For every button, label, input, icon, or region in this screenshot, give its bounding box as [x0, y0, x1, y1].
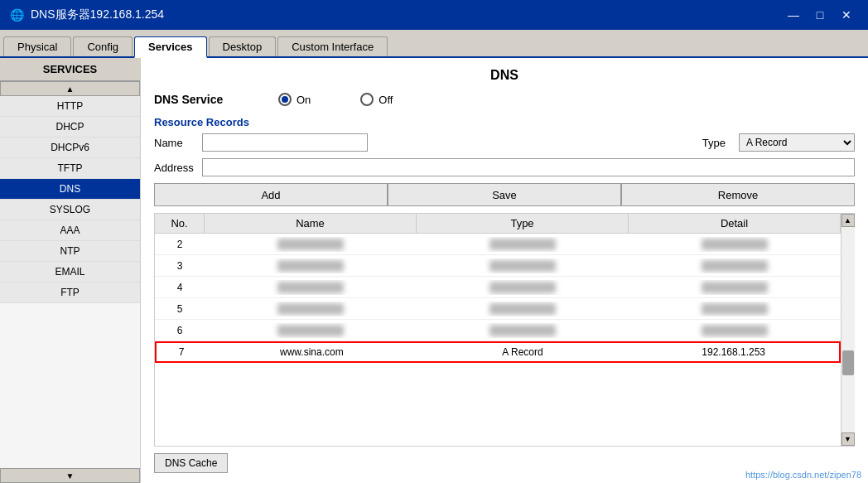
- radio-off[interactable]: Off: [360, 93, 393, 106]
- radio-off-label: Off: [379, 94, 393, 106]
- close-button[interactable]: ✕: [835, 6, 858, 24]
- scroll-thumb: [842, 350, 854, 375]
- tab-physical[interactable]: Physical: [3, 36, 71, 56]
- radio-off-circle: [360, 93, 374, 106]
- cell-type: [417, 280, 629, 295]
- cell-no: 4: [155, 280, 205, 295]
- tab-desktop[interactable]: Desktop: [209, 36, 277, 56]
- cell-name: [205, 323, 417, 338]
- cell-no: 5: [155, 302, 205, 316]
- resource-records-label: Resource Records: [154, 116, 855, 128]
- name-type-row: Name Type A Record CNAME NS MX: [154, 133, 855, 152]
- panel-title: DNS: [154, 68, 855, 83]
- scroll-track: [841, 227, 855, 432]
- sidebar-scroll: HTTP DHCP DHCPv6 TFTP DNS SYSLOG AAA NTP…: [0, 96, 140, 468]
- remove-button[interactable]: Remove: [621, 183, 855, 206]
- maximize-button[interactable]: □: [808, 6, 832, 24]
- cell-no: 2: [155, 237, 205, 252]
- sidebar-item-http[interactable]: HTTP: [0, 96, 140, 117]
- table-row[interactable]: 5: [155, 298, 841, 320]
- content-panel: DNS DNS Service On Off Resource Records: [141, 58, 868, 483]
- radio-group: On Off: [278, 93, 393, 106]
- table-row[interactable]: 2: [155, 234, 841, 255]
- cell-type: [417, 258, 629, 273]
- add-button[interactable]: Add: [154, 183, 388, 206]
- sidebar-item-dhcp[interactable]: DHCP: [0, 117, 140, 138]
- table-body: 2 3: [155, 234, 841, 446]
- cell-detail: 192.168.1.253: [628, 345, 839, 360]
- type-label: Type: [702, 137, 726, 149]
- app-icon: 🌐: [10, 8, 24, 22]
- table-header: No. Name Type Detail: [155, 214, 841, 234]
- radio-on-circle: [278, 93, 292, 106]
- name-input[interactable]: [202, 133, 368, 152]
- header-name: Name: [205, 214, 417, 233]
- window-title: DNS服务器192.168.1.254: [31, 7, 164, 22]
- tab-custom[interactable]: Custom Interface: [277, 36, 388, 56]
- cell-detail: [629, 323, 841, 338]
- save-button[interactable]: Save: [388, 183, 621, 206]
- table-scrollbar: ▲ ▼: [841, 214, 854, 446]
- dns-cache-button[interactable]: DNS Cache: [154, 453, 228, 473]
- watermark: https://blog.csdn.net/zipen78: [745, 470, 861, 480]
- scroll-down-button[interactable]: ▼: [841, 432, 855, 446]
- sidebar-item-syslog[interactable]: SYSLOG: [0, 200, 140, 220]
- sidebar: SERVICES ▲ HTTP DHCP DHCPv6 TFTP DNS SYS…: [0, 58, 141, 483]
- table-inner: No. Name Type Detail 2: [155, 214, 841, 446]
- title-bar: 🌐 DNS服务器192.168.1.254 — □ ✕: [0, 0, 868, 30]
- sidebar-scroll-up[interactable]: ▲: [0, 81, 140, 96]
- cell-detail: [629, 302, 841, 316]
- sidebar-item-ftp[interactable]: FTP: [0, 283, 140, 303]
- sidebar-item-dhcpv6[interactable]: DHCPv6: [0, 138, 140, 158]
- main-area: SERVICES ▲ HTTP DHCP DHCPv6 TFTP DNS SYS…: [0, 58, 868, 483]
- address-row: Address: [154, 158, 855, 176]
- sidebar-item-email[interactable]: EMAIL: [0, 262, 140, 283]
- header-type: Type: [417, 214, 629, 233]
- cell-name: [205, 280, 417, 295]
- records-table-wrapper: No. Name Type Detail 2: [154, 213, 855, 447]
- cell-name: [205, 258, 417, 273]
- cell-name: [205, 302, 417, 316]
- sidebar-item-dns[interactable]: DNS: [0, 179, 140, 200]
- cell-detail: [629, 258, 841, 273]
- radio-on-label: On: [297, 94, 311, 106]
- name-label: Name: [154, 137, 195, 149]
- table-row[interactable]: 3: [155, 255, 841, 277]
- cell-type: [417, 237, 629, 252]
- cell-detail: [629, 280, 841, 295]
- sidebar-item-aaa[interactable]: AAA: [0, 220, 140, 241]
- cell-detail: [629, 237, 841, 252]
- address-label: Address: [154, 162, 195, 174]
- cell-no: 3: [155, 258, 205, 273]
- cell-name: www.sina.com: [206, 345, 417, 360]
- tab-services[interactable]: Services: [134, 36, 207, 58]
- cell-type: [417, 302, 629, 316]
- sidebar-header: SERVICES: [0, 58, 140, 81]
- sidebar-item-tftp[interactable]: TFTP: [0, 158, 140, 179]
- tab-bar: Physical Config Services Desktop Custom …: [0, 30, 868, 58]
- cell-type: A Record: [417, 345, 629, 360]
- radio-on[interactable]: On: [278, 93, 311, 106]
- cell-no: 6: [155, 323, 205, 338]
- table-row[interactable]: 4: [155, 277, 841, 298]
- header-no: No.: [155, 214, 205, 233]
- cell-type: [417, 323, 629, 338]
- header-detail: Detail: [629, 214, 841, 233]
- minimize-button[interactable]: —: [782, 6, 805, 24]
- sidebar-item-ntp[interactable]: NTP: [0, 241, 140, 262]
- cell-name: [205, 237, 417, 252]
- buttons-row: Add Save Remove: [154, 183, 855, 206]
- cell-no: 7: [157, 345, 206, 360]
- dns-service-label: DNS Service: [154, 93, 245, 106]
- tab-config[interactable]: Config: [73, 36, 133, 56]
- sidebar-scroll-down[interactable]: ▼: [0, 468, 140, 483]
- address-input[interactable]: [202, 158, 855, 176]
- dns-service-row: DNS Service On Off: [154, 93, 855, 106]
- table-row[interactable]: 6: [155, 320, 841, 341]
- scroll-up-button[interactable]: ▲: [841, 214, 855, 227]
- table-row-highlighted[interactable]: 7 www.sina.com A Record 192.168.1.253: [155, 341, 841, 363]
- type-select[interactable]: A Record CNAME NS MX: [739, 133, 855, 152]
